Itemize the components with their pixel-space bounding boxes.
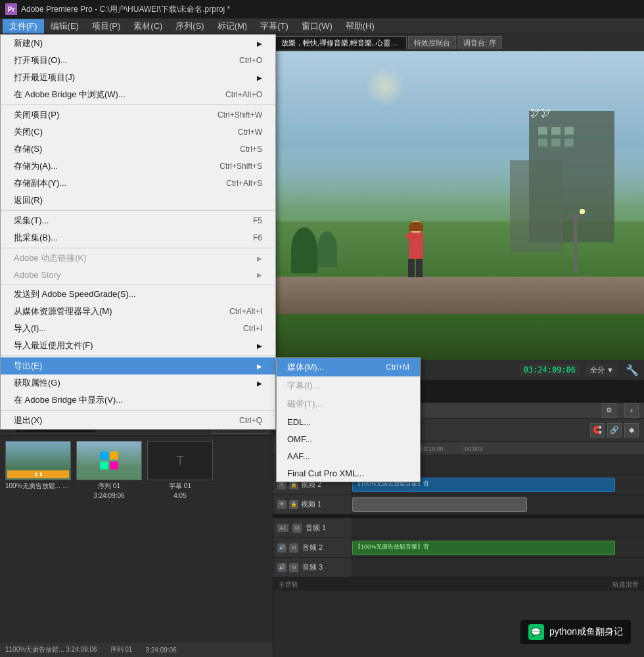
separator-1 [1,104,275,105]
wrench-icon[interactable]: 🔧 [626,364,639,376]
zoom-display[interactable]: 全分 ▼ [586,364,618,376]
menu-open-recent[interactable]: 打开最近项目(J) ▶ [1,69,275,86]
track-audio3-icon[interactable]: 🔊 [277,563,287,572]
track-content-audio2[interactable]: 【100%无廣告放鬆音樂】背 [352,538,644,557]
track-name-audio3: 音频 3 [302,562,348,572]
menu-browse-bridge[interactable]: 在 Adobe Bridge 中浏览(W)... Ctrl+Alt+O [1,86,275,103]
track-lock-icon-3[interactable]: 🔒 [289,500,298,509]
preview-tabs: 放樂，輕快,禪修音樂,輕音樂,.心靈音樂 - YouTube.mp4 ✕ 特效控… [273,34,644,51]
character-leg-2 [416,259,423,277]
separator-6 [1,410,275,411]
menu-open-project[interactable]: 打开项目(O)... Ctrl+O [1,52,275,69]
project-status: 1100%无廣告放鬆... 3:24:09:06 序列 01 3:24:09:0… [0,643,273,657]
timeline-add-button[interactable]: + [624,403,639,418]
track-name-video1: 视频 1 [301,499,348,509]
export-aaf[interactable]: AAF... [277,447,420,464]
character-hair [409,222,423,231]
menu-window[interactable]: 窗口(W) [295,19,339,34]
export-caption[interactable]: 字幕(I)... [277,376,420,395]
project-item-label-seq: 序列 01 [98,482,120,491]
track-clip-video1[interactable] [352,497,527,512]
menu-batch-capture[interactable]: 批采集(B)... F6 [1,229,275,246]
project-status-text: 1100%无廣告放鬆... 3:24:09:06 [5,645,97,654]
project-panel: 未命名.prproj 🔍 入口：全部 ▼ ⏸⏸ 100 [0,402,273,657]
menu-speedgrade[interactable]: 发送到 Adobe SpeedGrade(S)... [1,286,275,303]
menu-exit[interactable]: 退出(X) Ctrl+Q [1,412,275,429]
track-audio2-icon[interactable]: 🔊 [277,543,287,553]
menu-bar: 文件(F) 编辑(E) 项目(P) 素材(C) 序列(S) 标记(M) 字幕(T… [0,18,644,34]
export-tape[interactable]: 磁带(T)... [277,395,420,413]
track-content-audio3[interactable] [352,558,644,577]
menu-help[interactable]: 帮助(H) [339,19,381,34]
sun-glow [365,67,405,106]
menu-new[interactable]: 新建(N) ▶ [1,35,275,52]
menu-edit[interactable]: 编辑(E) [44,19,85,34]
menu-capture[interactable]: 采集(T)... F5 [1,212,275,229]
project-item-caption[interactable]: T 字幕 01 4:05 [147,441,213,499]
ruler-tick-3: 00:003 [463,445,515,452]
track-eye-icon-3[interactable]: 👁 [277,500,287,509]
snap-button[interactable]: 🧲 [590,423,605,438]
menu-import-recent[interactable]: 导入最近使用文件(F) ▶ [1,337,275,354]
track-mute-icon-3[interactable]: M [289,563,298,572]
menu-close-project[interactable]: 关闭项目(P) Ctrl+Shift+W [1,106,275,124]
track-label-video1: 👁 🔒 视频 1 [273,495,352,514]
menu-media[interactable]: 素材(C) [127,19,169,34]
track-clip-audio2[interactable]: 【100%无廣告放鬆音樂】背 [352,541,615,555]
track-mute-icon[interactable]: M [292,524,302,533]
project-item-label-video: 100%无廣告放鬆... 3:24:09:06 [5,482,71,491]
menu-save-as[interactable]: 存储为(A)... Ctrl+Shift+S [1,158,275,175]
marker-button[interactable]: ◆ [624,423,639,438]
track-audio2: 🔊 M 音频 2 【100%无廣告放鬆音樂】背 [273,538,644,558]
track-label-audio2: 🔊 M 音频 2 [273,538,352,557]
main-audio-label: 主音轨 轨道混音 [273,578,644,591]
menu-save-copy[interactable]: 存储副本(Y)... Ctrl+Alt+S [1,175,275,192]
export-edl[interactable]: EDL... [277,413,420,430]
menu-close[interactable]: 关闭(C) Ctrl+W [1,124,275,141]
separator-2 [1,210,275,211]
window-title: Adobe Premiere Pro - C:\用户\HUAWEI\下载\未命名… [21,4,230,15]
street-lamp-pole [574,214,577,273]
watermark: 💬 python咸鱼翻身记 [520,620,631,644]
track-mute-icon-2[interactable]: M [289,543,298,553]
menu-marker[interactable]: 标记(M) [211,19,254,34]
menu-project[interactable]: 项目(P) [85,19,127,34]
separator-4 [1,284,275,284]
project-thumb-caption: T [147,441,213,480]
menu-caption[interactable]: 字幕(T) [254,19,295,34]
tree-2 [317,231,337,267]
export-media[interactable]: 媒体(M)... Ctrl+M [277,358,420,376]
track-content-video1[interactable] [352,495,644,514]
menu-sequence[interactable]: 序列(S) [169,19,210,34]
menu-adobe-story[interactable]: Adobe Story ▶ [1,267,275,283]
menu-import-media-browser[interactable]: 从媒体资源管理器导入(M) Ctrl+Alt+I [1,303,275,320]
menu-dynamic-link[interactable]: Adobe 动态链接(K) ▶ [1,250,275,267]
menu-reveal-bridge[interactable]: 在 Adobe Bridge 中显示(V)... [1,392,275,409]
project-item-seq[interactable]: 序列 01 3:24:09:06 [76,441,142,499]
title-bar: Pr Adobe Premiere Pro - C:\用户\HUAWEI\下载\… [0,0,644,18]
export-fcpxml[interactable]: Final Cut Pro XML... [277,464,420,482]
project-content: ⏸⏸ 100%无廣告放鬆... 3:24:09:06 [0,436,273,643]
preview-tab-effects[interactable]: 特效控制台 [408,36,456,49]
track-label-audio1: A1 M 音频 1 [273,518,352,537]
main-content: 新建(N) ▶ 打开项目(O)... Ctrl+O 打开最近项目(J) ▶ 在 … [0,34,644,657]
project-item-video[interactable]: ⏸⏸ 100%无廣告放鬆... 3:24:09:06 [5,441,71,499]
preview-tab-video[interactable]: 放樂，輕快,禪修音樂,輕音樂,.心靈音樂 - YouTube.mp4 ✕ [275,36,407,49]
project-item-label-caption-dur: 4:05 [173,492,186,499]
menu-save[interactable]: 存储(S) Ctrl+S [1,141,275,158]
separator-5 [1,355,275,356]
project-item-label-seq-tc: 3:24:09:06 [93,492,124,499]
preview-tab-mixer[interactable]: 调音台: 序 [457,36,502,49]
wechat-icon: 💬 [528,624,544,640]
export-omf[interactable]: OMF... [277,430,420,447]
track-content-audio1[interactable] [352,518,644,537]
track-label-audio3: 🔊 M 音频 3 [273,558,352,577]
link-button[interactable]: 🔗 [607,423,622,438]
menu-file[interactable]: 文件(F) [3,19,44,34]
menu-revert[interactable]: 返回(R) [1,192,275,209]
menu-get-properties[interactable]: 获取属性(G) ▶ [1,374,275,392]
menu-export[interactable]: 导出(E) ▶ [1,357,275,374]
timeline-settings-button[interactable]: ⚙ [602,403,616,418]
file-menu-dropdown: 新建(N) ▶ 打开项目(O)... Ctrl+O 打开最近项目(J) ▶ 在 … [0,34,276,430]
menu-import[interactable]: 导入(I)... Ctrl+I [1,320,275,337]
